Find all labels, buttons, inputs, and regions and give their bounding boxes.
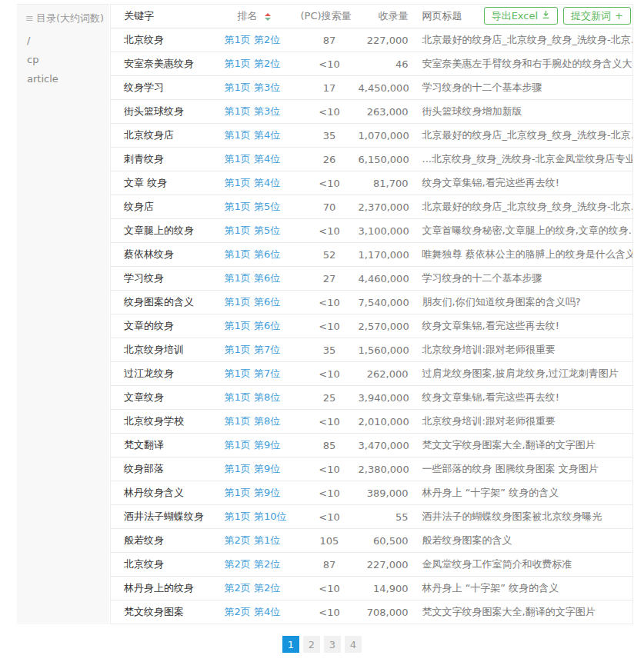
rank-link[interactable]: 第1页 第2位 [225, 34, 281, 45]
rank-link[interactable]: 第1页 第9位 [225, 463, 281, 474]
table-row: 林丹身上的纹身 第2页 第2位 <10 14,900 林丹身上 “十字架” 纹身… [111, 577, 633, 600]
rank-link[interactable]: 第1页 第2位 [225, 58, 281, 69]
search-volume-cell: 87 [301, 553, 359, 577]
export-excel-button[interactable]: 导出Excel [484, 7, 558, 25]
search-volume-cell: <10 [301, 362, 359, 386]
indexed-count-cell: 4,450,000 [359, 76, 416, 100]
indexed-count-cell: 263,000 [359, 100, 416, 124]
page-title-cell: 纹身文章集锦,看完这些再去纹! [416, 171, 633, 195]
table-body: 北京纹身 第1页 第2位 87 227,000 北京最好的纹身店_北京纹身_纹身… [111, 28, 633, 624]
rank-link[interactable]: 第1页 第7位 [225, 344, 281, 355]
rank-cell: 第1页 第5位 [220, 219, 301, 243]
rank-cell: 第1页 第9位 [220, 481, 301, 505]
rank-link[interactable]: 第1页 第10位 [225, 511, 287, 522]
column-header-volume[interactable]: (PC)搜索量 [301, 5, 359, 28]
page-button[interactable]: 2 [303, 636, 320, 653]
rank-link[interactable]: 第2页 第2位 [225, 582, 281, 594]
rank-link[interactable]: 第1页 第6位 [225, 272, 281, 284]
rank-cell: 第1页 第2位 [220, 28, 301, 52]
page-title-cell: 林丹身上 “十字架” 纹身的含义 [416, 481, 633, 505]
keyword-cell: 文章 纹身 [111, 171, 220, 195]
rank-cell: 第1页 第4位 [220, 171, 301, 195]
rank-link[interactable]: 第1页 第3位 [225, 105, 281, 117]
page-title-cell: 过肩龙纹身图案,披肩龙纹身,过江龙刺青图片 [416, 362, 633, 386]
indexed-count-cell: 1,070,000 [359, 124, 416, 148]
rank-cell: 第1页 第9位 [220, 434, 301, 457]
rank-cell: 第2页 第2位 [220, 577, 301, 600]
sidebar-item[interactable]: article [17, 69, 109, 88]
sort-icon-rank[interactable] [265, 13, 271, 21]
column-header-rank[interactable]: 排名 [220, 5, 301, 28]
keyword-cell: 刺青纹身 [111, 148, 220, 171]
rank-cell: 第1页 第6位 [220, 291, 301, 314]
rank-cell: 第1页 第8位 [220, 386, 301, 410]
search-volume-cell: <10 [301, 100, 359, 124]
indexed-count-cell: 2,010,000 [359, 410, 416, 434]
table-row: 刺青纹身 第1页 第4位 26 6,150,000 ...北京纹身_纹身_洗纹身… [111, 148, 633, 171]
rank-link[interactable]: 第1页 第8位 [225, 391, 281, 403]
indexed-count-cell: 1,170,000 [359, 243, 416, 267]
rank-cell: 第1页 第7位 [220, 338, 301, 362]
table-row: 文章的纹身 第1页 第6位 <10 2,570,000 纹身文章集锦,看完这些再… [111, 314, 633, 338]
indexed-count-cell: 3,470,000 [359, 434, 416, 457]
indexed-count-cell: 14,900 [359, 577, 416, 600]
keyword-cell: 安室奈美惠纹身 [111, 52, 220, 76]
indexed-count-cell: 262,000 [359, 362, 416, 386]
search-volume-cell: 85 [301, 434, 359, 457]
rank-link[interactable]: 第1页 第7位 [225, 368, 281, 379]
submit-new-word-button[interactable]: 提交新词 + [563, 7, 631, 25]
rank-link[interactable]: 第1页 第4位 [225, 177, 281, 188]
page-button[interactable]: 3 [324, 636, 341, 653]
rank-link[interactable]: 第1页 第9位 [225, 487, 281, 498]
sidebar-item[interactable]: cp [17, 50, 109, 69]
pagination: 1234 [0, 636, 644, 653]
rank-link[interactable]: 第2页 第4位 [225, 606, 281, 617]
indexed-count-cell: 7,540,000 [359, 291, 416, 314]
search-volume-cell: 35 [301, 338, 359, 362]
rank-link[interactable]: 第1页 第6位 [225, 248, 281, 260]
rank-link[interactable]: 第1页 第8位 [225, 415, 281, 427]
keyword-cell: 街头篮球纹身 [111, 100, 220, 124]
column-header-indexed: 收录量 [359, 5, 416, 28]
page-title-cell: 北京最好的纹身店_北京纹身_纹身_洗纹身-北京... [416, 195, 633, 219]
keyword-cell: 梵文翻译 [111, 434, 220, 457]
table-row: 纹身学习 第1页 第3位 17 4,450,000 学习纹身的十二个基本步骤 [111, 76, 633, 100]
rank-link[interactable]: 第1页 第4位 [225, 153, 281, 165]
search-volume-cell: <10 [301, 291, 359, 314]
table-row: 文章 纹身 第1页 第4位 <10 81,700 纹身文章集锦,看完这些再去纹! [111, 171, 633, 195]
search-volume-cell: 26 [301, 148, 359, 171]
keyword-cell: 学习纹身 [111, 267, 220, 291]
indexed-count-cell: 708,000 [359, 600, 416, 624]
rank-link[interactable]: 第1页 第9位 [225, 439, 281, 451]
submit-new-word-label: 提交新词 [571, 9, 611, 23]
table-row: 北京纹身学校 第1页 第8位 <10 2,010,000 北京纹身培训:跟对老师… [111, 410, 633, 434]
rank-link[interactable]: 第1页 第5位 [225, 201, 281, 212]
rank-link[interactable]: 第2页 第2位 [225, 558, 281, 570]
rank-link[interactable]: 第1页 第6位 [225, 296, 281, 308]
search-volume-cell: <10 [301, 457, 359, 481]
page-title-cell: 北京纹身培训:跟对老师很重要 [416, 410, 633, 434]
table-row: 酒井法子蝴蝶纹身 第1页 第10位 <10 55 酒井法子的蝴蝶纹身图案被北京纹… [111, 505, 633, 529]
search-volume-cell: 27 [301, 267, 359, 291]
page-button[interactable]: 1 [282, 636, 299, 653]
rank-link[interactable]: 第2页 第1位 [225, 534, 281, 546]
page-button[interactable]: 4 [345, 636, 362, 653]
page-title-cell: 街头篮球纹身增加新版 [416, 100, 633, 124]
keyword-cell: 北京纹身培训 [111, 338, 220, 362]
table-row: 北京纹身店 第1页 第4位 35 1,070,000 北京最好的纹身店_北京纹身… [111, 124, 633, 148]
rank-cell: 第1页 第3位 [220, 100, 301, 124]
indexed-count-cell: 4,460,000 [359, 267, 416, 291]
rank-link[interactable]: 第1页 第4位 [225, 129, 281, 141]
page-title-cell: 酒井法子的蝴蝶纹身图案被北京纹身曝光 [416, 505, 633, 529]
rank-link[interactable]: 第1页 第6位 [225, 320, 281, 331]
rank-link[interactable]: 第1页 第3位 [225, 82, 281, 93]
table-row: 林丹纹身含义 第1页 第9位 <10 389,000 林丹身上 “十字架” 纹身… [111, 481, 633, 505]
table-row: 纹身图案的含义 第1页 第6位 <10 7,540,000 朋友们,你们知道纹身… [111, 291, 633, 314]
main-panel: 导出Excel 提交新词 + 关键字 排名 [110, 4, 632, 624]
table-row: 北京纹身 第2页 第2位 87 227,000 金凤堂纹身工作室简介和收费标准 [111, 553, 633, 577]
sidebar-item[interactable]: / [17, 31, 109, 50]
keyword-cell: 纹身学习 [111, 76, 220, 100]
rank-cell: 第2页 第1位 [220, 529, 301, 553]
keyword-rank-page: ≡目录(大约词数) /cparticle 导出Excel 提交新词 + 关键 [0, 0, 644, 662]
rank-link[interactable]: 第1页 第5位 [225, 225, 281, 236]
